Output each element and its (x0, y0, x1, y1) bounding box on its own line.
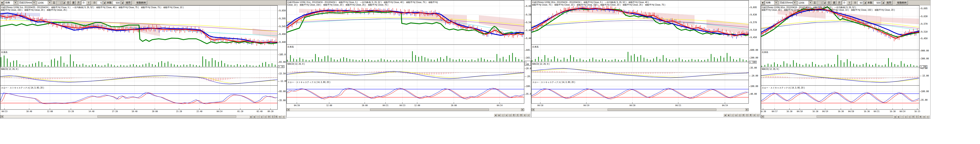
time-axis-label: 12:00 (414, 104, 420, 107)
volume-multiplier-badge: × 10 (278, 66, 285, 68)
chart-tool-icon-3[interactable]: ✚ (260, 115, 263, 118)
scrollbar-thumb[interactable] (816, 115, 896, 118)
volume-section-label: 出来高 (1, 51, 8, 54)
time-axis-label: 14:40 (88, 110, 94, 112)
chart-tool-icon-6[interactable]: I (271, 115, 274, 118)
chart-tool-icon-4[interactable]: ▢ (738, 114, 741, 117)
volume-axis-label: 200.00 (751, 56, 758, 59)
price-axis-label: 9,595 (279, 18, 286, 20)
chart-tool-icon-9[interactable]: ✕ (756, 114, 760, 117)
chart-tool-icons: ◀▶−✚▢DIB⊕✕ (494, 114, 530, 117)
chart-tool-icon-7[interactable]: B (519, 114, 523, 117)
price-axis-label: 9,490 (279, 33, 286, 35)
chart-title-line2: 移動平均( Close, 150 ) 移動平均( Close, 20 ) 移動平… (1, 8, 67, 11)
chart-title-line2: 移動平均( Close, 75 ) 移動平均( Close, 10 ) 移動平均… (532, 3, 665, 6)
chart-tool-icon-4[interactable]: ▢ (908, 115, 911, 118)
time-axis-label: 16:15 (914, 110, 920, 112)
volume-section-label: 出来高 (532, 45, 539, 48)
chart-tool-icon-2[interactable]: − (501, 114, 504, 117)
time-axis-label: 04/19 (822, 110, 828, 112)
chart-tool-icon-0[interactable]: ◀ (249, 115, 253, 118)
chart-tool-icon-1[interactable]: ▶ (727, 114, 730, 117)
chart-tool-icon-8[interactable]: ⊕ (923, 115, 926, 118)
chart-5min-window: ▼先物▼日経225mini▼12/06▼足1◢日週月分T分5◢本数500◢適用複… (0, 0, 286, 119)
chart-tool-icon-4[interactable]: ▢ (508, 114, 512, 117)
scroll-left-button[interactable]: ◀ (531, 109, 535, 111)
chart-tool-icon-9[interactable]: ✕ (282, 115, 285, 118)
time-axis-label: 04/24 (899, 110, 905, 112)
time-axis-label: 16:30 (864, 110, 870, 112)
scroll-right-button[interactable]: ▶ (746, 109, 748, 111)
macd-axis-label: -12.00 (279, 80, 287, 82)
chart-tool-icon-0[interactable]: ◀ (494, 114, 497, 117)
macd-axis-label: 15.50 (279, 72, 286, 75)
chart-tool-icon-2[interactable]: − (731, 114, 734, 117)
chart-tool-icon-8[interactable]: ⊕ (523, 114, 527, 117)
stoch-section-label: スロー・ストキャスティクス( 14, 3, 80, 20 ) (1, 86, 44, 90)
scroll-left-button[interactable]: ◀ (761, 115, 764, 118)
time-axis-label: 16:30 (812, 110, 818, 112)
chart-tool-icons: ◀▶−✚▢DIB⊕✕ (249, 115, 285, 118)
scroll-right-button[interactable]: ▶ (521, 109, 524, 111)
chart-tool-icon-1[interactable]: ▶ (897, 115, 900, 118)
volume-axis-label: 600.00 (751, 49, 758, 51)
time-axis-label: 04/20 (629, 104, 635, 107)
chart-tool-icon-1[interactable]: ▶ (253, 115, 256, 118)
horizontal-scrollbar[interactable]: ◀▶ (531, 108, 749, 111)
chart-tool-icon-3[interactable]: ✚ (505, 114, 508, 117)
price-axis-label: 9,510 (751, 29, 757, 31)
time-axis-label: 16:30 (760, 110, 766, 112)
time-axis-label: 04/17 (772, 110, 777, 112)
time-axis-label: 04/18 (797, 110, 802, 112)
macd-axis-label: -15.00 (921, 75, 929, 77)
chart-tool-icon-3[interactable]: ✚ (904, 115, 908, 118)
time-axis-label: 20:00 (362, 104, 368, 107)
scrollbar-thumb[interactable] (370, 109, 489, 111)
chart-tool-icon-5[interactable]: D (912, 115, 915, 118)
chart-60min-window: ▼先物▼日経225mini▼12/06▼足1◢日週月分T分60◢本数500◢適用… (761, 0, 931, 119)
time-axis-label: 04/20 (848, 110, 854, 112)
time-axis-label: 04/21 (382, 104, 388, 107)
time-axis-label: 04/18 (537, 104, 543, 107)
horizontal-scrollbar[interactable]: ◀▶ (0, 115, 278, 118)
chart-tool-icon-8[interactable]: ⊕ (752, 114, 756, 117)
volume-multiplier-badge: × 100 (749, 61, 757, 63)
time-axis-label: 12:00 (326, 104, 332, 107)
chart-15min-window: 日経225mini 12/06( 15分, 2012/04/16 - 2012/… (286, 0, 531, 117)
chart-tool-icon-7[interactable]: B (919, 115, 922, 118)
chart-tool-icon-9[interactable]: ✕ (527, 114, 530, 117)
volume-multiplier-badge: × 100 (525, 61, 531, 66)
chart-tool-icon-6[interactable]: I (745, 114, 749, 117)
chart-title-line2: 移動平均( Close, 40 ) 移動平均( Close, 75 ) 移動平均… (762, 8, 895, 11)
chart-tool-icon-0[interactable]: ◀ (893, 115, 897, 118)
chart-tool-icon-2[interactable]: − (900, 115, 904, 118)
scroll-left-button[interactable]: ◀ (287, 109, 290, 111)
price-axis-label: 9,630 (921, 15, 928, 18)
chart-tool-icon-3[interactable]: ✚ (734, 114, 738, 117)
scroll-left-button[interactable]: ◀ (0, 115, 3, 118)
chart-tool-icon-2[interactable]: − (256, 115, 260, 118)
chart-tool-icon-1[interactable]: ▶ (498, 114, 501, 117)
chart-tool-icon-6[interactable]: I (516, 114, 519, 117)
chart-tool-icon-7[interactable]: B (749, 114, 752, 117)
chart-tool-icon-6[interactable]: I (915, 115, 918, 118)
stoch-section-label: スロー・ストキャスティクス( 14, 3, 80, 20 ) (532, 81, 575, 84)
chart-tool-icon-0[interactable]: ◀ (724, 114, 727, 117)
scrollbar-thumb[interactable] (97, 115, 236, 118)
scrollbar-thumb[interactable] (608, 109, 716, 111)
volume-section-label: 出来高 (287, 45, 294, 48)
horizontal-scrollbar[interactable]: ◀▶ (286, 108, 524, 111)
chart-tool-icon-9[interactable]: ✕ (926, 115, 929, 118)
chart-tool-icon-4[interactable]: ▢ (264, 115, 267, 118)
chart-tool-icon-5[interactable]: D (512, 114, 515, 117)
price-axis-label: 9,695 (921, 7, 928, 10)
chart-tool-icon-7[interactable]: B (275, 115, 278, 118)
chart-tool-icon-8[interactable]: ⊕ (278, 115, 282, 118)
chart-tool-icon-5[interactable]: D (741, 114, 745, 117)
time-axis-label: 04/24 (496, 104, 503, 107)
time-axis-label: 16:30 (889, 110, 896, 112)
chart-tool-icon-5[interactable]: D (267, 115, 271, 118)
macd-section-label: MACD( 12, 26, 9 ) (287, 63, 305, 65)
macd-section-label: MACD( 12, 26, 9 ) (532, 63, 549, 65)
price-axis-label: 9,450 (921, 37, 928, 40)
